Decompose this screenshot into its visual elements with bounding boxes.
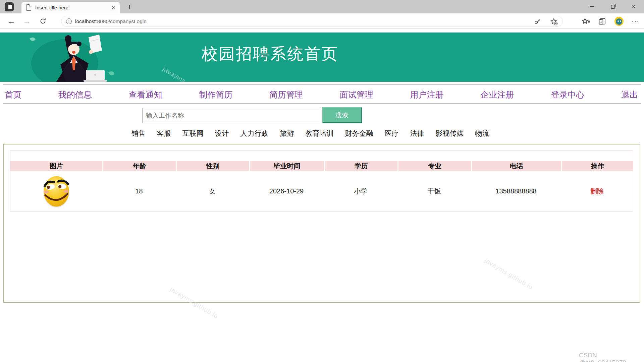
collections-icon[interactable] <box>598 17 606 25</box>
page-title: 校园招聘系统首页 <box>161 43 379 65</box>
cell-grad-date: 2026-10-29 <box>249 171 324 212</box>
browser-menu-icon[interactable]: ··· <box>632 17 639 25</box>
page-doc-icon <box>26 4 31 11</box>
category-logistics[interactable]: 物流 <box>475 129 489 138</box>
cell-gender: 女 <box>176 171 249 212</box>
profile-avatar[interactable] <box>614 17 624 26</box>
header-grad-date: 毕业时间 <box>249 161 324 171</box>
nav-resume-manage[interactable]: 简历管理 <box>269 89 303 100</box>
header-action: 操作 <box>561 161 633 171</box>
nav-interview-manage[interactable]: 面试管理 <box>340 89 373 100</box>
nav-user-register[interactable]: 用户注册 <box>410 89 444 100</box>
job-search-input[interactable] <box>142 108 320 123</box>
forward-button[interactable]: → <box>20 13 34 29</box>
category-hr[interactable]: 人力行政 <box>240 129 269 138</box>
tab-close-icon[interactable]: × <box>110 4 116 11</box>
results-table: 图片 年龄 性别 毕业时间 学历 专业 电话 操作 <box>10 150 633 212</box>
header-photo: 图片 <box>10 161 102 171</box>
nav-view-notices[interactable]: 查看通知 <box>129 89 162 100</box>
add-favorite-star-icon[interactable] <box>550 17 558 25</box>
favorites-list-icon[interactable] <box>582 17 590 25</box>
category-sales[interactable]: 销售 <box>131 129 146 138</box>
category-service[interactable]: 客服 <box>157 129 171 138</box>
cell-phone: 13588888888 <box>471 171 561 212</box>
csdn-credit: CSDN @m0_68415979 <box>579 352 644 362</box>
tab-title: Insert title here <box>35 5 110 10</box>
category-travel[interactable]: 旅游 <box>280 129 294 138</box>
watermark: javayms.github.io <box>161 65 212 82</box>
table-spacer-row <box>10 150 633 161</box>
new-tab-button[interactable]: + <box>125 3 134 12</box>
cell-action: 删除 <box>561 171 633 212</box>
url-host: localhost <box>75 18 96 24</box>
site-banner: 校园招聘系统首页 javayms.github.io javayms.githu… <box>0 33 644 82</box>
browser-tab[interactable]: Insert title here × <box>21 2 120 13</box>
applicant-photo-smiley <box>39 174 74 209</box>
search-button[interactable]: 搜索 <box>322 107 362 123</box>
url-path: :8080/companysLogin <box>96 18 147 24</box>
refresh-button[interactable] <box>36 13 50 29</box>
header-gender: 性别 <box>176 161 249 171</box>
cell-education: 小学 <box>324 171 397 212</box>
close-button[interactable]: × <box>623 0 644 13</box>
tab-workspaces-icon[interactable] <box>5 2 14 11</box>
table-header-row: 图片 年龄 性别 毕业时间 学历 专业 电话 操作 <box>10 161 633 171</box>
divider <box>3 84 641 85</box>
nav-login-center[interactable]: 登录中心 <box>551 89 584 100</box>
category-finance[interactable]: 财务金融 <box>345 129 373 138</box>
browser-titlebar: Insert title here × + × <box>0 0 644 13</box>
back-button[interactable]: ← <box>5 13 18 29</box>
restore-button[interactable] <box>602 0 623 13</box>
cell-major: 干饭 <box>397 171 471 212</box>
category-media[interactable]: 影视传媒 <box>436 129 464 138</box>
nav-my-info[interactable]: 我的信息 <box>58 89 92 100</box>
category-design[interactable]: 设计 <box>215 129 229 138</box>
nav-create-resume[interactable]: 制作简历 <box>199 89 232 100</box>
job-categories: 销售 客服 互联网 设计 人力行政 旅游 教育培训 财务金融 医疗 法律 影视传… <box>0 129 621 138</box>
header-education: 学历 <box>324 161 397 171</box>
delete-link[interactable]: 删除 <box>590 187 604 196</box>
refresh-icon <box>40 18 46 24</box>
cell-age: 18 <box>102 171 176 212</box>
category-medical[interactable]: 医疗 <box>385 129 399 138</box>
browser-toolbar: ← → i localhost :8080/companysLogin <box>0 13 644 29</box>
category-law[interactable]: 法律 <box>410 129 424 138</box>
site-nav: 首页 我的信息 查看通知 制作简历 简历管理 面试管理 用户注册 企业注册 登录… <box>0 88 644 101</box>
address-bar[interactable]: i localhost :8080/companysLogin <box>61 16 563 27</box>
header-age: 年龄 <box>102 161 176 171</box>
nav-home[interactable]: 首页 <box>5 89 21 100</box>
banner-illustration <box>23 33 123 82</box>
site-info-icon[interactable]: i <box>66 18 72 24</box>
table-row: 18 女 2026-10-29 小学 干饭 13588888888 删除 <box>10 171 633 212</box>
category-internet[interactable]: 互联网 <box>182 129 204 138</box>
divider <box>3 103 641 104</box>
password-key-icon[interactable] <box>534 18 541 25</box>
nav-logout[interactable]: 退出 <box>621 89 638 100</box>
nav-company-register[interactable]: 企业注册 <box>480 89 514 100</box>
window-controls: × <box>582 0 644 13</box>
cell-photo <box>10 171 102 212</box>
minimize-button[interactable] <box>582 0 602 13</box>
results-panel: 图片 年龄 性别 毕业时间 学历 专业 电话 操作 <box>3 144 640 303</box>
header-major: 专业 <box>397 161 471 171</box>
category-education[interactable]: 教育培训 <box>306 129 334 138</box>
header-phone: 电话 <box>471 161 561 171</box>
